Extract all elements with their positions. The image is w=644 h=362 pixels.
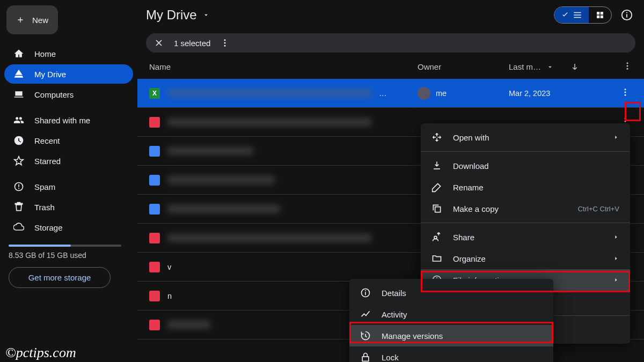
new-button[interactable]: New [6,5,58,34]
check-icon [561,11,569,19]
chevron-right-icon [613,234,619,240]
sidebar-item-computers[interactable]: Computers [4,85,133,104]
get-more-storage-button[interactable]: Get more storage [9,267,111,288]
drive-icon [13,69,25,79]
menu-versions[interactable]: Manage versions [349,325,553,346]
svg-point-3 [224,42,226,44]
lock-icon [360,352,371,362]
doc-icon [149,146,160,157]
chevron-down-icon [546,63,554,71]
breadcrumb[interactable]: My Drive [146,8,210,23]
svg-rect-40 [362,357,369,361]
openwith-icon [431,132,442,143]
close-icon[interactable] [153,38,164,48]
sidebar-item-shared[interactable]: Shared with me [4,110,133,130]
menu-rename[interactable]: Rename [421,176,630,198]
computers-icon [13,89,25,100]
sidebar-item-label: Starred [34,157,61,166]
chevron-right-icon [613,255,619,262]
svg-point-5 [627,62,628,64]
more-icon [623,61,632,71]
file-name-redacted [167,321,210,329]
list-view-button[interactable] [554,7,589,23]
image-icon [149,262,160,272]
col-name[interactable]: Name [149,62,418,71]
sidebar-item-trash[interactable]: Trash [4,197,133,217]
watermark: ©pctips.com [5,345,76,361]
page-title: My Drive [146,8,197,23]
shared-icon [13,115,25,125]
main: My Drive 1 selec [137,0,644,362]
sidebar-item-label: Recent [34,136,60,145]
menu-openwith[interactable]: Open with [421,127,630,148]
list-icon [573,10,582,20]
table-row[interactable]: X … me Mar 2, 2023 [137,79,644,108]
sidebar-item-label: Shared with me [34,116,90,125]
menu-share[interactable]: Share [421,226,630,248]
selection-count: 1 selected [174,39,210,48]
col-lastmodified[interactable]: Last m… [509,62,600,72]
info-icon [360,287,371,298]
svg-point-6 [627,65,628,67]
folder-icon [431,253,442,264]
plus-icon [16,14,25,26]
trash-icon [13,202,25,212]
sidebar-item-recent[interactable]: Recent [4,131,133,150]
home-icon [13,48,25,59]
sidebar: New Home My Drive Computers Shared with … [0,0,137,362]
sidebar-item-spam[interactable]: Spam [4,177,133,196]
svg-point-9 [625,92,626,93]
sidebar-item-home[interactable]: Home [4,44,133,63]
col-owner[interactable]: Owner [418,62,509,71]
doc-icon [149,175,160,186]
info-button[interactable] [619,8,634,23]
menu-download[interactable]: Download [421,155,630,176]
menu-organize[interactable]: Organize [421,248,630,269]
svg-point-11 [625,117,626,119]
doc-icon [149,204,160,215]
file-name-redacted [167,176,275,184]
image-icon [149,291,160,301]
svg-point-12 [625,121,626,122]
svg-rect-35 [435,207,441,212]
svg-point-2 [224,39,226,41]
chevron-right-icon [613,277,619,283]
view-toggle [554,6,612,24]
more-icon [620,87,630,97]
menu-copy[interactable]: Make a copyCtrl+C Ctrl+V [421,198,630,219]
menu-separator [421,151,630,152]
history-icon [360,330,371,341]
info-icon [621,9,633,21]
activity-icon [360,309,371,320]
file-name-redacted [167,234,371,242]
file-name-redacted [167,147,253,155]
row-more-button[interactable] [618,85,632,101]
context-submenu: Details Activity Manage versions Lock [349,279,553,362]
storage-icon [13,222,25,233]
sidebar-item-label: Home [34,49,56,58]
avatar [418,87,430,100]
recent-icon [13,135,25,146]
more-icon[interactable] [220,38,230,48]
download-icon [431,160,442,171]
menu-activity[interactable]: Activity [349,304,553,325]
image-icon [149,320,160,330]
sheet-icon: X [149,88,160,99]
menu-lock[interactable]: Lock [349,346,553,362]
grid-view-button[interactable] [589,7,611,23]
grid-icon [595,10,605,20]
file-name-redacted [167,89,371,97]
sidebar-item-starred[interactable]: Starred [4,151,133,171]
col-more[interactable] [623,61,632,72]
new-label: New [32,16,48,25]
svg-point-8 [625,88,626,90]
copy-icon [431,203,442,214]
sidebar-item-label: Spam [34,182,55,191]
sidebar-item-mydrive[interactable]: My Drive [4,64,133,84]
sidebar-item-label: Storage [34,223,63,232]
sidebar-item-storage[interactable]: Storage [4,218,133,237]
video-icon [149,117,160,128]
menu-separator [421,223,630,223]
sidebar-item-label: Computers [34,90,74,99]
menu-details[interactable]: Details [349,282,553,304]
